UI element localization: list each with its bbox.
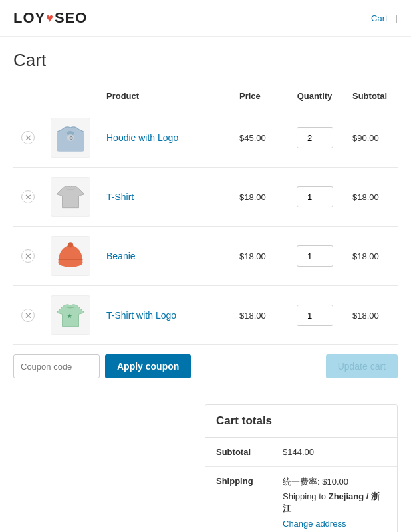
remove-button-tshirt-logo[interactable]: ✕ [21,309,35,322]
cart-table: Product Price Quantity Subtotal ✕ ⚙ Hood… [13,84,398,345]
site-logo: LOY♥SEO [13,9,87,27]
site-header: LOY♥SEO Cart | [0,0,411,37]
quantity-input-tshirt-logo[interactable] [297,305,333,326]
update-cart-button[interactable]: Update cart [326,354,398,378]
subtotal-cell-beanie: $18.00 [344,227,398,286]
coupon-input[interactable] [13,354,100,378]
quantity-cell-tshirt-logo [285,286,344,345]
table-row: ✕ T-Shirt $18.00 $18.00 [13,168,398,227]
main-content: Cart Product Price Quantity Subtotal ✕ [0,37,411,532]
table-row: ✕ Beanie $18.00 $18.00 [13,227,398,286]
shipping-label: Shipping [216,476,276,486]
price-cell-beanie: $18.00 [231,227,285,286]
page-title: Cart [13,50,398,70]
price-cell-tshirt: $18.00 [231,168,285,227]
col-product-header: Product [98,84,231,108]
shipping-address: Shipping to Zhejiang / 浙江 [283,491,386,515]
svg-point-5 [68,242,73,247]
remove-button-beanie[interactable]: ✕ [21,249,35,263]
logo-text-seo: SEO [55,9,87,27]
logo-heart-icon: ♥ [46,11,54,25]
remove-button-tshirt[interactable]: ✕ [21,190,35,203]
col-thumb-header [43,84,98,108]
shipping-value: 统一费率: $10.00 Shipping to Zhejiang / 浙江 C… [283,476,386,529]
shipping-rate: 统一费率: $10.00 [283,476,386,488]
thumb-cell-tshirt [43,168,98,227]
subtotal-cell-hoodie: $90.00 [344,108,398,168]
shipping-row: Shipping 统一费率: $10.00 Shipping to Zhejia… [206,467,397,532]
subtotal-cell-tshirt-logo: $18.00 [344,286,398,345]
quantity-cell-tshirt [285,168,344,227]
product-name-cell-hoodie: Hoodie with Logo [98,108,231,168]
quantity-input-hoodie[interactable] [297,127,333,148]
change-address-link[interactable]: Change address [283,519,386,529]
svg-text:★: ★ [67,313,72,319]
product-link-hoodie[interactable]: Hoodie with Logo [106,132,178,143]
thumb-cell-tshirt-logo: ★ [43,286,98,345]
remove-cell-tshirt: ✕ [13,168,43,227]
quantity-cell-beanie [285,227,344,286]
shipping-to-text: Shipping to [283,491,326,501]
remove-button-hoodie[interactable]: ✕ [21,131,35,144]
thumb-cell-hoodie: ⚙ [43,108,98,168]
col-remove-header [13,84,43,108]
apply-coupon-button[interactable]: Apply coupon [105,354,191,378]
product-thumb-tshirt [51,177,90,217]
col-subtotal-header: Subtotal [344,84,398,108]
subtotal-cell-tshirt: $18.00 [344,168,398,227]
price-cell-hoodie: $45.00 [231,108,285,168]
svg-text:⚙: ⚙ [69,136,73,140]
product-thumb-tshirt-logo: ★ [51,295,90,335]
site-nav: Cart | [371,13,398,23]
remove-cell-tshirt-logo: ✕ [13,286,43,345]
quantity-input-tshirt[interactable] [297,186,333,207]
remove-cell-beanie: ✕ [13,227,43,286]
product-thumb-beanie [51,236,90,276]
quantity-input-beanie[interactable] [297,245,333,267]
subtotal-row: Subtotal $144.00 [206,438,397,467]
nav-separator: | [396,13,398,23]
product-link-beanie[interactable]: Beanie [106,251,136,261]
subtotal-label: Subtotal [216,447,276,457]
coupon-left: Apply coupon [13,354,191,378]
product-name-cell-beanie: Beanie [98,227,231,286]
coupon-row: Apply coupon Update cart [13,345,398,388]
logo-text-loy: LOY [13,9,45,27]
col-quantity-header: Quantity [285,84,344,108]
product-link-tshirt-logo[interactable]: T-Shirt with Logo [106,310,176,321]
price-cell-tshirt-logo: $18.00 [231,286,285,345]
quantity-cell-hoodie [285,108,344,168]
col-price-header: Price [231,84,285,108]
cart-totals-box: Cart totals Subtotal $144.00 Shipping 统一… [205,404,398,532]
cart-totals-title: Cart totals [206,405,397,438]
thumb-cell-beanie [43,227,98,286]
product-link-tshirt[interactable]: T-Shirt [106,192,134,202]
product-name-cell-tshirt: T-Shirt [98,168,231,227]
subtotal-value: $144.00 [283,447,386,457]
product-thumb-hoodie: ⚙ [51,118,90,158]
remove-cell-hoodie: ✕ [13,108,43,168]
product-name-cell-tshirt-logo: T-Shirt with Logo [98,286,231,345]
table-row: ✕ ★ T-Shirt with Logo $18.00 $18.00 [13,286,398,345]
table-header-row: Product Price Quantity Subtotal [13,84,398,108]
cart-totals-section: Cart totals Subtotal $144.00 Shipping 统一… [13,404,398,532]
nav-cart-link[interactable]: Cart [371,13,388,23]
table-row: ✕ ⚙ Hoodie with Logo $45.00 $90.00 [13,108,398,168]
